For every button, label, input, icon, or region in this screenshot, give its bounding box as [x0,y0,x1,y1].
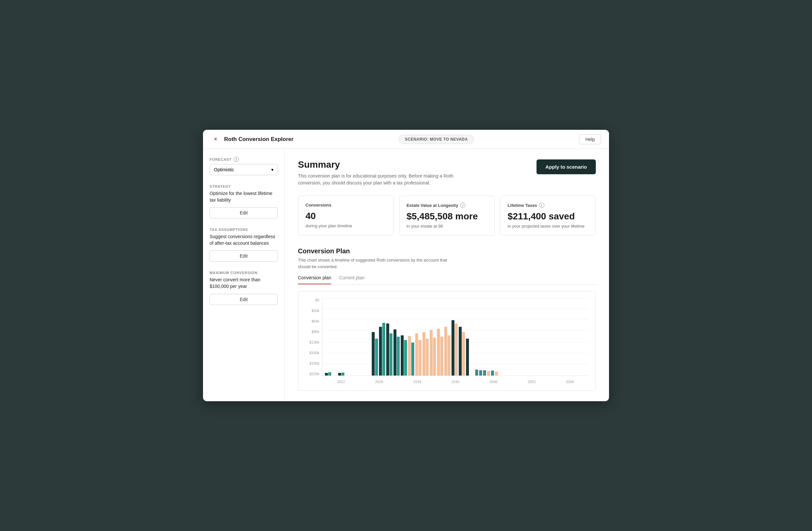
tax-edit-button[interactable]: Edit [209,250,278,262]
bar [328,372,331,375]
bar-group-2046 [422,332,429,375]
bar-group-2041 [386,323,392,375]
y-label-0: $220k [305,372,322,376]
tax-label: TAX ASSUMPTIONS [209,227,278,232]
main-layout: FORECAST i Optimistic ▾ STRATEGY Optimiz… [203,149,609,401]
header: × Roth Conversion Explorer SCENARIO: MOV… [203,130,609,149]
metric-sub-estate: in your estate at 96 [407,224,488,228]
bar-group-2059 [491,371,494,375]
conversion-plan-title: Conversion Plan [298,247,596,255]
chart-bars [322,298,589,376]
bar-group-2058b [487,371,490,375]
conversion-plan-subtitle: This chart shows a timeline of suggested… [298,257,456,270]
bar [411,343,414,375]
bar-group-2052b [459,327,465,375]
x-label-2040: 2040 [451,380,459,384]
bar [375,339,378,375]
summary-title: Summary [298,159,456,170]
forecast-label: FORECAST i [209,157,278,162]
metric-label-conversions: Conversions [305,203,386,208]
bar [426,339,429,375]
summary-text: Summary This conversion plan is for educ… [298,159,456,187]
metric-value-conversions: 40 [305,211,386,221]
max-conversion-section: MAXIMUM CONVERSION Never convert more th… [209,271,278,305]
y-label-6: $32k [305,309,322,313]
bar [342,372,344,375]
forecast-info-icon[interactable]: i [234,157,239,162]
bar [408,336,411,375]
bar [382,323,385,375]
y-label-4: $95k [305,330,322,334]
sidebar: FORECAST i Optimistic ▾ STRATEGY Optimiz… [203,149,285,401]
bar-group-2042 [393,329,400,375]
bar [433,338,436,375]
tab-conversion-plan[interactable]: Conversion plan [298,275,331,284]
chart-tabs: Conversion plan Current plan [298,275,596,285]
main-content: Summary This conversion plan is for educ… [285,149,609,401]
tab-current-plan[interactable]: Current plan [339,275,364,284]
bar-group-2058a [483,370,486,375]
metric-card-estate: Estate Value at Longevity i $5,485,508 m… [399,196,495,236]
y-label-3: $130k [305,340,322,344]
bar-group-2044 [408,336,414,375]
bar [397,337,400,375]
y-label-5: $64k [305,319,322,323]
bar [448,335,450,375]
bar [437,329,440,375]
apply-to-scenario-button[interactable]: Apply to scenario [536,159,596,174]
bar [372,332,375,375]
chart-x-axis: 2022 2028 2034 2040 2046 2052 2058 [322,380,589,384]
y-label-7: $0 [305,298,322,302]
bar-group-2043 [401,335,407,375]
estate-info-icon[interactable]: i [460,203,465,208]
metric-cards: Conversions 40 during your plan timeline… [298,196,596,236]
header-left: × Roth Conversion Explorer [211,135,294,144]
bar-group-2048 [437,329,443,375]
x-label-2046: 2046 [489,380,497,384]
bar [430,330,433,375]
bar [459,327,462,375]
scenario-badge: SCENARIO: MOVE TO NEVADA [398,135,474,144]
x-label-2052: 2052 [527,380,536,384]
bar-group-2056 [475,370,478,375]
bar [462,332,465,375]
bar-group-2045 [415,333,421,375]
metric-card-conversions: Conversions 40 during your plan timeline [298,196,394,236]
bar [419,340,421,375]
y-label-2: $160k [305,351,322,355]
bar [483,370,486,375]
y-label-1: $190k [305,362,322,365]
close-button[interactable]: × [211,135,220,144]
strategy-edit-button[interactable]: Edit [209,207,278,218]
bar [386,323,389,375]
bar [444,327,447,375]
taxes-info-icon[interactable]: i [539,203,545,208]
bar [455,323,458,375]
bar [422,332,425,375]
bar-group-2053 [466,339,469,375]
bar-group-2047 [430,330,436,375]
metric-sub-taxes: in your projected taxes over your lifeti… [508,224,588,228]
bar [401,335,404,375]
app-title: Roth Conversion Explorer [224,136,294,143]
forecast-dropdown[interactable]: Optimistic ▾ [209,164,278,175]
metric-sub-conversions: during your plan timeline [305,223,386,228]
bar-group-2057 [479,370,482,375]
tax-section: TAX ASSUMPTIONS Suggest conversions rega… [209,227,278,262]
bar [393,329,396,375]
forecast-section: FORECAST i Optimistic ▾ [209,157,278,175]
bar [390,333,392,375]
bar [466,339,469,375]
bar-group-2052a [451,320,458,375]
max-label: MAXIMUM CONVERSION [209,271,278,275]
bar [495,372,498,375]
x-label-2058: 2058 [566,380,574,384]
max-edit-button[interactable]: Edit [209,294,278,305]
help-button[interactable]: Help [579,134,601,144]
summary-header: Summary This conversion plan is for educ… [298,159,596,187]
chart-y-axis: $220k $190k $160k $130k $95k $64k $32k $… [305,298,322,376]
bar-group-2024 [338,372,344,375]
bar-group-2022 [325,372,331,375]
metric-card-taxes: Lifetime Taxes i $211,400 saved in your … [500,196,596,236]
summary-subtitle: This conversion plan is for educational … [298,173,456,187]
